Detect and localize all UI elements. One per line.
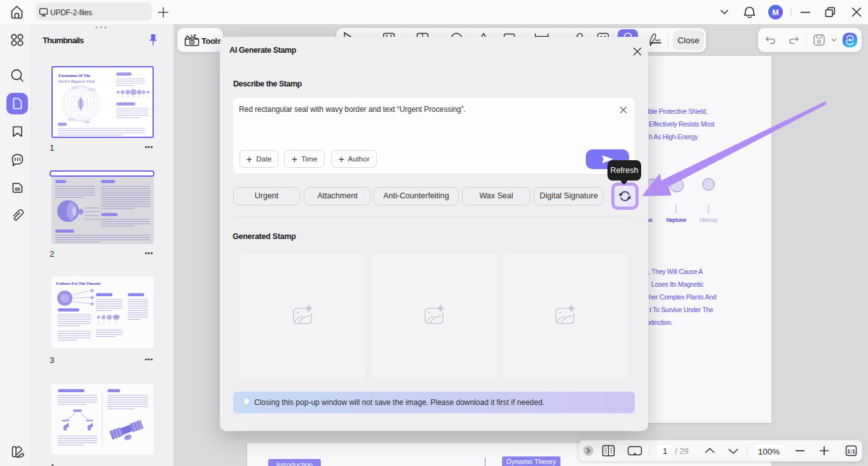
svg-text:Evidence For The Theories: Evidence For The Theories — [55, 281, 101, 285]
svg-text:100%: 100% — [758, 447, 780, 456]
svg-text:her Complex Plants And: her Complex Plants And — [649, 293, 717, 301]
svg-text:Mercury: Mercury — [700, 217, 718, 223]
svg-text:M: M — [772, 8, 778, 17]
svg-text:Effectively Resists Most: Effectively Resists Most — [649, 120, 715, 128]
svg-text:, They Will Cause A: , They Will Cause A — [648, 268, 703, 275]
svg-text:Earth’s Magnetic Field: Earth’s Magnetic Field — [58, 79, 95, 83]
svg-text:Loses Its Magnetic: Loses Its Magnetic — [651, 280, 703, 288]
svg-text:h As High-Energy: h As High-Energy — [649, 133, 698, 140]
svg-text:/ 29: / 29 — [675, 446, 689, 456]
svg-text:Neptune: Neptune — [666, 217, 686, 223]
svg-text:Close: Close — [677, 36, 700, 45]
svg-text:Tools: Tools — [201, 36, 221, 46]
svg-text:xtinction.: xtinction. — [648, 319, 672, 326]
svg-text:t To Survive Under The: t To Survive Under The — [649, 306, 714, 313]
svg-text:1: 1 — [663, 446, 667, 456]
svg-text:ible Protective Shield,: ible Protective Shield, — [648, 107, 707, 115]
svg-text:Formation Of The: Formation Of The — [58, 73, 90, 78]
svg-text:1:1: 1:1 — [847, 448, 855, 455]
